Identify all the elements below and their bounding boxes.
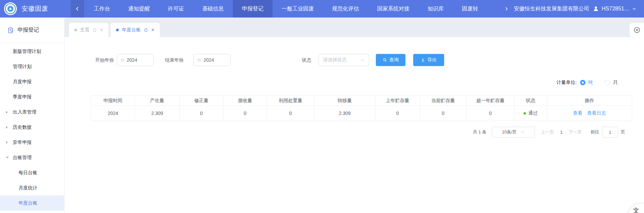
tab-home[interactable]: 主页 × [69,23,108,37]
cell-current-storage: 0 [420,106,467,121]
col-generated: 产生量 [135,96,180,106]
radio-unselected-icon [605,80,610,85]
unit-option-ton[interactable]: 吨 [580,80,593,86]
top-menu: 工作台 通知提醒 许可证 基础信息 申报登记 一般工业固废 规范化评估 国家系统… [85,0,504,18]
company-name[interactable]: 安徽恒生科技发展集团有限公司 [514,5,589,12]
tab-annual-ledger[interactable]: 年度台账 × [111,23,159,37]
calendar-icon [197,58,201,63]
brand-area: 安徽固废 [0,2,65,15]
sidebar-item-ledger-management[interactable]: 台账管理 [0,150,64,165]
tab-bar: 主页 × 年度台账 × [65,18,644,37]
total-count: 共 1 条 [473,129,486,135]
status-dot-icon [524,112,526,115]
download-icon [421,58,425,62]
cell-last-year-storage: 0 [375,106,420,121]
sidebar-item-daily-ledger[interactable]: 每日台账 [0,165,64,180]
sidebar-menu: 新版管理计划 管理计划 月度申报 季度申报 出入库管理 历史数据 异常申报 台账… [0,43,64,211]
prev-page-button[interactable]: 上一页 [541,129,554,135]
expand-arrow-icon [6,111,8,114]
sidebar-item-monthly-declaration[interactable]: 月度申报 [0,74,64,89]
nav-item-general-industrial-waste[interactable]: 一般工业固废 [273,0,323,18]
main-area: 主页 × 年度台账 × 开始年份 结束年份 状态 [65,18,644,213]
cell-declare-time: 2024 [91,106,135,121]
sidebar-item-abnormal-declaration[interactable]: 异常申报 [0,135,64,150]
sidebar-item-management-plan[interactable]: 管理计划 [0,59,64,74]
chevron-left-icon [74,6,80,12]
chevron-down-icon [521,130,525,134]
end-year-label: 结束年份 [165,54,184,66]
nav-item-standardization-assessment[interactable]: 规范化评估 [323,0,368,18]
status-select[interactable]: 请选择状态 [319,54,369,66]
end-year-input[interactable] [204,57,227,63]
nav-item-waste-transfer[interactable]: 固废转 [453,0,479,18]
close-icon[interactable]: × [151,27,154,33]
nav-item-declaration[interactable]: 申报登记 [233,0,273,18]
app-logo-icon [4,2,17,15]
view-link[interactable]: 查看 [573,110,582,116]
start-year-field[interactable] [117,54,154,66]
cell-corrected: 0 [180,106,223,121]
translate-icon: 文 [633,206,639,213]
cell-utilized: 0 [267,106,314,121]
col-transferred: 转移量 [314,96,375,106]
expand-arrow-icon [6,126,8,129]
sidebar-item-inout-warehouse[interactable]: 出入库管理 [0,104,64,120]
sidebar-item-monthly-stats[interactable]: 月度统计 [0,180,64,195]
circle-close-icon [633,26,641,34]
end-year-field[interactable] [193,54,230,66]
table-row: 2024 2.309 0 0 0 2.309 0 0 0 通过 查看查看日志 [91,106,632,121]
current-page[interactable]: 1 [560,130,563,135]
search-button[interactable]: 查询 [376,54,405,66]
magnifier-icon [383,58,387,62]
nav-item-workbench[interactable]: 工作台 [85,0,119,18]
sidebar-title: 申报登记 [17,27,39,34]
cell-over-year-storage: 0 [467,106,514,121]
unit-option-pcs[interactable]: 只 [605,80,618,86]
app-title: 安徽固废 [22,4,48,13]
next-page-button[interactable]: 下一页 [569,129,582,135]
top-navbar: 安徽固废 工作台 通知提醒 许可证 基础信息 申报登记 一般工业固废 规范化评估… [0,0,644,18]
sidebar-collapse-button[interactable] [71,0,84,18]
col-over-year-storage: 超一年贮存量 [467,96,514,106]
view-log-link[interactable]: 查看日志 [587,110,606,116]
cell-transferred: 2.309 [314,106,375,121]
document-edit-icon [7,27,14,34]
username: HS72851… [602,6,630,12]
status-badge: 通过 [528,110,538,116]
user-menu[interactable]: HS72851… [593,5,637,12]
content-panel: 开始年份 结束年份 状态 请选择状态 查询 导出 计量单位: 吨 [65,37,644,213]
sidebar-item-annual-ledger[interactable]: 年度台账 [0,195,64,211]
tab-status-dot [74,29,77,31]
col-actions: 操作 [547,96,632,106]
person-icon [593,5,599,12]
close-icon[interactable]: × [100,27,103,33]
nav-item-national-system[interactable]: 国家系统对接 [368,0,419,18]
start-year-input[interactable] [127,57,150,63]
annual-ledger-table: 申报时间 产生量 修正量 接收量 利用处置量 转移量 上年贮存量 当前贮存量 超… [91,95,632,121]
nav-item-basic-info[interactable]: 基础信息 [193,0,233,18]
sidebar-item-new-management-plan[interactable]: 新版管理计划 [0,44,64,59]
refresh-icon[interactable] [144,28,148,32]
sidebar-item-history-data[interactable]: 历史数据 [0,120,64,135]
expand-arrow-icon [6,141,8,144]
pagination: 共 1 条 10条/页 上一页 1 下一页 前往 页 [473,127,625,138]
export-button[interactable]: 导出 [413,54,444,66]
page-size-select[interactable]: 10条/页 [492,127,535,138]
calendar-icon [120,58,124,63]
cell-generated: 2.309 [135,106,180,121]
goto-page-input[interactable] [602,127,618,138]
status-placeholder: 请选择状态 [323,57,347,63]
sidebar: 申报登记 新版管理计划 管理计划 月度申报 季度申报 出入库管理 历史数据 异常… [0,18,65,213]
close-all-tabs-button[interactable] [630,23,644,37]
start-year-label: 开始年份 [95,54,114,66]
nav-item-license[interactable]: 许可证 [159,0,193,18]
refresh-icon[interactable] [93,28,97,32]
tab-label: 年度台账 [122,27,141,33]
sidebar-item-quarterly-declaration[interactable]: 季度申报 [0,89,64,104]
goto-suffix: 页 [621,129,625,135]
menu-overflow-arrow-icon[interactable] [504,6,509,11]
nav-item-notifications[interactable]: 通知提醒 [119,0,159,18]
goto-prefix: 前往 [591,129,599,135]
col-corrected: 修正量 [180,96,223,106]
nav-item-knowledge-base[interactable]: 知识库 [419,0,453,18]
